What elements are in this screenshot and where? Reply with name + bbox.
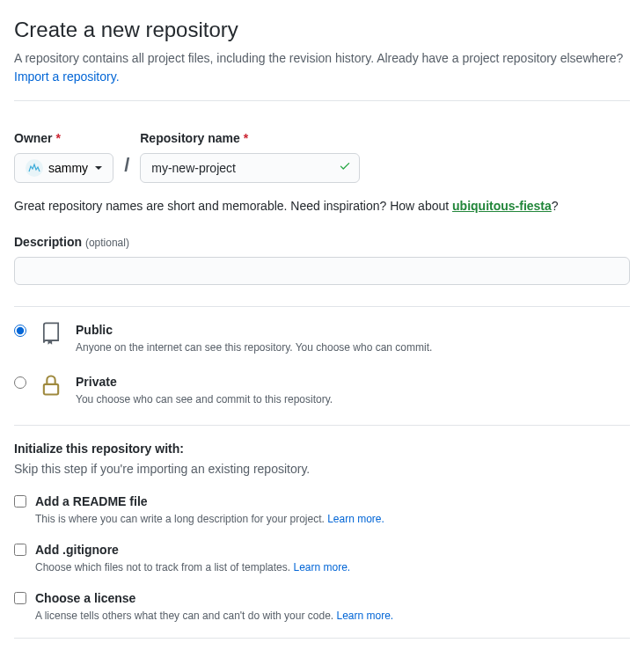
- divider: [14, 425, 630, 426]
- owner-label: Owner *: [14, 129, 113, 148]
- private-title: Private: [76, 373, 333, 391]
- license-title: Choose a license: [35, 589, 393, 608]
- license-checkbox[interactable]: [14, 592, 26, 604]
- readme-checkbox[interactable]: [14, 495, 26, 508]
- gitignore-learn-more-link[interactable]: Learn more.: [293, 561, 350, 573]
- caret-down-icon: [95, 166, 102, 170]
- public-radio[interactable]: [14, 325, 26, 337]
- gitignore-title: Add .gitignore: [35, 541, 350, 559]
- repo-name-input[interactable]: [140, 153, 360, 183]
- private-desc: You choose who can see and commit to thi…: [76, 391, 333, 407]
- slash-separator: /: [124, 150, 129, 179]
- lock-icon: [37, 373, 65, 398]
- divider: [14, 306, 630, 307]
- readme-learn-more-link[interactable]: Learn more.: [327, 513, 384, 525]
- initialize-subtitle: Skip this step if you're importing an ex…: [14, 460, 630, 478]
- name-hint: Great repository names are short and mem…: [14, 197, 630, 215]
- description-label: Description (optional): [14, 233, 630, 252]
- readme-title: Add a README file: [35, 493, 384, 511]
- gitignore-desc: Choose which files not to track from a l…: [35, 559, 350, 575]
- initialize-title: Initialize this repository with:: [14, 440, 630, 458]
- page-title: Create a new repository: [14, 14, 630, 46]
- repo-icon: [37, 321, 65, 346]
- readme-desc: This is where you can write a long descr…: [35, 511, 384, 527]
- divider: [14, 638, 630, 639]
- owner-select[interactable]: sammy: [14, 153, 113, 183]
- suggestion-link[interactable]: ubiquitous-fiesta: [452, 199, 552, 213]
- license-desc: A license tells others what they can and…: [35, 608, 393, 624]
- repo-name-label: Repository name *: [140, 129, 360, 148]
- check-icon: [339, 159, 351, 178]
- owner-value: sammy: [48, 161, 88, 175]
- license-learn-more-link[interactable]: Learn more.: [337, 610, 394, 622]
- avatar-icon: [26, 159, 43, 177]
- divider: [14, 100, 630, 101]
- gitignore-checkbox[interactable]: [14, 544, 26, 556]
- public-title: Public: [76, 321, 432, 340]
- import-link[interactable]: Import a repository.: [14, 69, 120, 84]
- description-input[interactable]: [14, 257, 630, 285]
- public-desc: Anyone on the internet can see this repo…: [76, 340, 432, 355]
- svg-rect-0: [44, 384, 58, 395]
- page-subtitle: A repository contains all project files,…: [14, 49, 630, 86]
- private-radio[interactable]: [14, 376, 26, 389]
